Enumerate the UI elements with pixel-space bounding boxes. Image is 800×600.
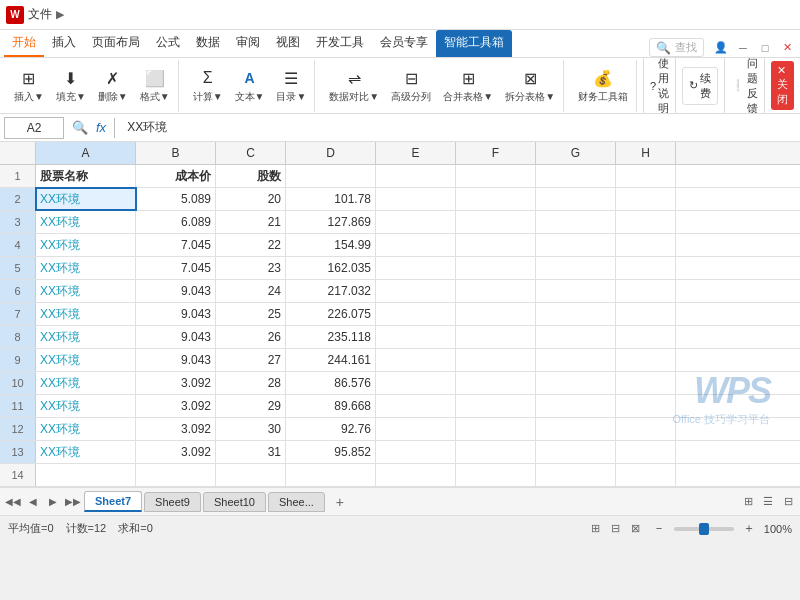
- list-item[interactable]: [616, 257, 676, 279]
- help-btn[interactable]: ? 使用说明: [643, 58, 676, 114]
- sheet-nav-next[interactable]: ▶: [44, 493, 62, 511]
- tab-insert[interactable]: 插入: [44, 30, 84, 57]
- row-number[interactable]: 7: [0, 303, 36, 325]
- list-item[interactable]: 9.043: [136, 280, 216, 302]
- list-item[interactable]: [376, 464, 456, 486]
- calc-btn[interactable]: Σ 计算▼: [189, 65, 227, 106]
- row-number[interactable]: 4: [0, 234, 36, 256]
- list-item[interactable]: [456, 234, 536, 256]
- list-item[interactable]: 股数: [216, 165, 286, 187]
- list-item[interactable]: [616, 418, 676, 440]
- list-item[interactable]: XX环境: [36, 418, 136, 440]
- list-item[interactable]: [536, 280, 616, 302]
- row-number[interactable]: 10: [0, 372, 36, 394]
- list-item[interactable]: 95.852: [286, 441, 376, 463]
- list-item[interactable]: 股票名称: [36, 165, 136, 187]
- file-menu[interactable]: 文件: [28, 6, 52, 23]
- list-item[interactable]: [376, 303, 456, 325]
- list-item[interactable]: [616, 441, 676, 463]
- list-item[interactable]: [536, 349, 616, 371]
- list-item[interactable]: 89.668: [286, 395, 376, 417]
- user-icon[interactable]: 👤: [712, 39, 730, 57]
- sheet-tab-sheet7[interactable]: Sheet7: [84, 491, 142, 512]
- list-item[interactable]: [376, 395, 456, 417]
- list-item[interactable]: [536, 326, 616, 348]
- list-item[interactable]: 127.869: [286, 211, 376, 233]
- list-item[interactable]: [536, 441, 616, 463]
- sheet-tab-sheet10[interactable]: Sheet10: [203, 492, 266, 512]
- list-item[interactable]: [456, 418, 536, 440]
- list-item[interactable]: XX环境: [36, 303, 136, 325]
- list-item[interactable]: 9.043: [136, 349, 216, 371]
- split-view-icon[interactable]: ⊟: [780, 494, 796, 510]
- full-view-icon[interactable]: ⊠: [628, 521, 644, 537]
- cell-reference[interactable]: [4, 117, 64, 139]
- catalog-btn[interactable]: ☰ 目录▼: [272, 65, 310, 106]
- list-item[interactable]: [376, 326, 456, 348]
- list-item[interactable]: [616, 395, 676, 417]
- list-item[interactable]: 30: [216, 418, 286, 440]
- row-number[interactable]: 14: [0, 464, 36, 486]
- list-view-icon[interactable]: ☰: [760, 494, 776, 510]
- list-item[interactable]: [286, 464, 376, 486]
- col-header-g[interactable]: G: [536, 142, 616, 164]
- list-item[interactable]: XX环境: [36, 188, 136, 210]
- formula-input[interactable]: [123, 117, 796, 139]
- list-item[interactable]: [376, 349, 456, 371]
- list-item[interactable]: XX环境: [36, 441, 136, 463]
- row-number[interactable]: 1: [0, 165, 36, 187]
- row-number[interactable]: 9: [0, 349, 36, 371]
- list-item[interactable]: [456, 372, 536, 394]
- maximize-btn[interactable]: □: [756, 39, 774, 57]
- page-view-icon[interactable]: ⊟: [608, 521, 624, 537]
- tab-devtools[interactable]: 开发工具: [308, 30, 372, 57]
- advanced-split-btn[interactable]: ⊟ 高级分列: [387, 65, 435, 106]
- list-item[interactable]: [456, 464, 536, 486]
- list-item[interactable]: [616, 234, 676, 256]
- delete-btn[interactable]: ✗ 删除▼: [94, 65, 132, 106]
- list-item[interactable]: [536, 372, 616, 394]
- list-item[interactable]: 6.089: [136, 211, 216, 233]
- list-item[interactable]: 5.089: [136, 188, 216, 210]
- row-number[interactable]: 2: [0, 188, 36, 210]
- list-item[interactable]: [616, 188, 676, 210]
- list-item[interactable]: [376, 211, 456, 233]
- renew-btn[interactable]: ↻ 续费: [682, 67, 718, 105]
- insert-btn[interactable]: ⊞ 插入▼: [10, 65, 48, 106]
- list-item[interactable]: [286, 165, 376, 187]
- list-item[interactable]: XX环境: [36, 395, 136, 417]
- list-item[interactable]: [616, 372, 676, 394]
- list-item[interactable]: 3.092: [136, 441, 216, 463]
- list-item[interactable]: 3.092: [136, 418, 216, 440]
- list-item[interactable]: [456, 188, 536, 210]
- zoom-level[interactable]: 100%: [764, 523, 792, 535]
- list-item[interactable]: [536, 211, 616, 233]
- list-item[interactable]: [616, 280, 676, 302]
- list-item[interactable]: 86.576: [286, 372, 376, 394]
- list-item[interactable]: 154.99: [286, 234, 376, 256]
- row-number[interactable]: 3: [0, 211, 36, 233]
- grid-view-icon[interactable]: ⊞: [740, 494, 756, 510]
- list-item[interactable]: XX环境: [36, 234, 136, 256]
- tab-smart-tools[interactable]: 智能工具箱: [436, 30, 512, 57]
- normal-view-icon[interactable]: ⊞: [588, 521, 604, 537]
- list-item[interactable]: [376, 418, 456, 440]
- col-header-c[interactable]: C: [216, 142, 286, 164]
- list-item[interactable]: 3.092: [136, 395, 216, 417]
- tab-pagelayout[interactable]: 页面布局: [84, 30, 148, 57]
- tab-review[interactable]: 审阅: [228, 30, 268, 57]
- feedback-btn[interactable]: ❕ 问题反馈: [724, 58, 765, 114]
- list-item[interactable]: 28: [216, 372, 286, 394]
- list-item[interactable]: [376, 257, 456, 279]
- sheet-tab-sheet9[interactable]: Sheet9: [144, 492, 201, 512]
- list-item[interactable]: [456, 349, 536, 371]
- tab-start[interactable]: 开始: [4, 30, 44, 57]
- list-item[interactable]: 217.032: [286, 280, 376, 302]
- col-header-b[interactable]: B: [136, 142, 216, 164]
- list-item[interactable]: 101.78: [286, 188, 376, 210]
- list-item[interactable]: 162.035: [286, 257, 376, 279]
- list-item[interactable]: XX环境: [36, 326, 136, 348]
- list-item[interactable]: XX环境: [36, 211, 136, 233]
- list-item[interactable]: [456, 165, 536, 187]
- list-item[interactable]: 3.092: [136, 372, 216, 394]
